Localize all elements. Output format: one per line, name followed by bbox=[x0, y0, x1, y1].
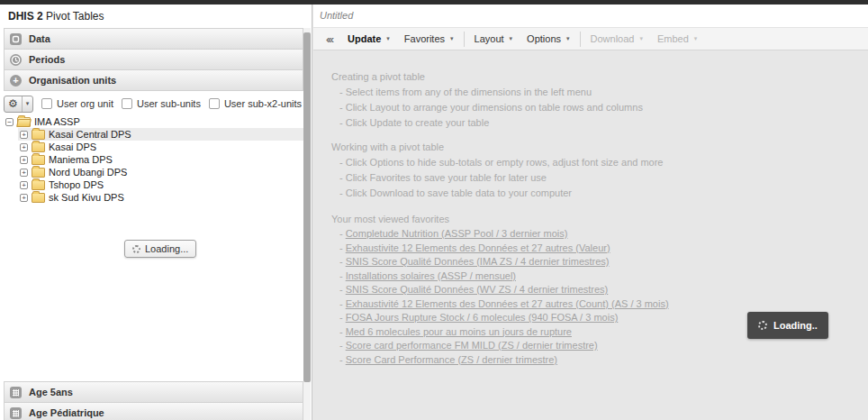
favorite-link[interactable]: FOSA Jours Rupture Stock / 6 molecules (… bbox=[346, 312, 619, 323]
collapse-west-panel-icon[interactable]: ‹‹‹ bbox=[318, 32, 340, 46]
tree-node[interactable]: + Kasai DPS bbox=[18, 141, 303, 153]
checkbox-user-org-unit[interactable]: User org unit bbox=[41, 98, 113, 109]
tree-node[interactable]: + Kasai Central DPS bbox=[18, 128, 303, 141]
favorite-link[interactable]: Med 6 molecules pour au moins un jours d… bbox=[346, 326, 572, 337]
accordion-header-age-5ans[interactable]: Age 5ans bbox=[4, 381, 303, 403]
loading-text: Loading... bbox=[145, 243, 188, 254]
checkbox[interactable] bbox=[209, 98, 220, 109]
tree-node[interactable]: + sk Sud Kivu DPS bbox=[18, 191, 303, 204]
layout-button[interactable]: Layout ▾ bbox=[467, 28, 520, 50]
favorite-link[interactable]: Score Card Performance (ZS / dernier tri… bbox=[346, 354, 557, 365]
favorite-link-row: -Installations solaires (ASSP / mensuel) bbox=[339, 271, 868, 281]
orgunit-tree: − IMA ASSP + Kasai Central DPS + Kasai D… bbox=[4, 115, 303, 204]
chevron-down-icon: ▾ bbox=[639, 35, 643, 42]
gear-icon: ⚙ bbox=[5, 96, 22, 112]
scrollbar-thumb[interactable] bbox=[303, 32, 311, 382]
bullet: - bbox=[339, 340, 343, 351]
chevron-down-icon[interactable]: ▾ bbox=[386, 35, 390, 42]
expand-icon[interactable]: + bbox=[20, 169, 28, 177]
bullet: - bbox=[339, 326, 343, 337]
button-label: Update bbox=[348, 33, 381, 44]
accordion-header-periods[interactable]: Periods bbox=[4, 49, 303, 70]
folder-icon bbox=[32, 193, 45, 203]
accordion-label: Age 5ans bbox=[29, 387, 73, 397]
tree-label: Kasai DPS bbox=[49, 142, 96, 152]
favorite-link-row: -Score Card Performance (ZS / dernier tr… bbox=[339, 355, 868, 365]
expand-icon[interactable]: + bbox=[20, 143, 28, 151]
bullet: - bbox=[339, 298, 343, 309]
expand-icon[interactable]: + bbox=[20, 156, 28, 164]
toolbar: ‹‹‹ Update ▾ Favorites ▾ Layout ▾ Option… bbox=[313, 27, 868, 50]
tree-loading-indicator: Loading... bbox=[124, 240, 196, 258]
favorite-link[interactable]: Completude Nutrition (ASSP Pool / 3 dern… bbox=[346, 228, 568, 239]
tree-label: Maniema DPS bbox=[49, 154, 113, 165]
checkbox[interactable] bbox=[122, 98, 132, 109]
button-label: Favorites bbox=[404, 33, 445, 44]
favorite-link-row: -SNIS Score Qualité Données (WV ZS / 4 d… bbox=[339, 285, 868, 295]
favorite-link[interactable]: SNIS Score Qualité Données (WV ZS / 4 de… bbox=[346, 284, 609, 295]
intro-panel: Creating a pivot table - Select items fr… bbox=[313, 51, 868, 420]
accordion-label: Organisation units bbox=[29, 75, 116, 86]
folder-icon bbox=[32, 180, 45, 190]
toolbar-separator bbox=[464, 32, 465, 47]
checkbox-user-sub-x2-units[interactable]: User sub-x2-units bbox=[209, 98, 302, 109]
folder-icon bbox=[32, 168, 45, 178]
grid-icon bbox=[10, 387, 22, 398]
orgunit-settings-button[interactable]: ⚙ ▾ bbox=[4, 96, 33, 113]
tree-node-root[interactable]: − IMA ASSP bbox=[4, 115, 303, 128]
grid-icon bbox=[10, 407, 22, 419]
chevron-down-icon: ▾ bbox=[566, 35, 570, 42]
checkbox-label: User sub-x2-units bbox=[224, 98, 302, 109]
download-button: Download ▾ bbox=[583, 28, 650, 50]
tree-label: IMA ASSP bbox=[34, 116, 80, 127]
main-panel: Untitled ‹‹‹ Update ▾ Favorites ▾ Layout… bbox=[313, 5, 868, 420]
loading-toast: Loading.. bbox=[747, 312, 828, 339]
update-button[interactable]: Update ▾ bbox=[340, 28, 397, 50]
favorites-button[interactable]: Favorites ▾ bbox=[397, 28, 461, 50]
plus-icon: + bbox=[10, 75, 22, 87]
folder-icon bbox=[32, 142, 45, 152]
checkbox-user-sub-units[interactable]: User sub-units bbox=[122, 98, 201, 109]
tree-node[interactable]: + Maniema DPS bbox=[18, 153, 303, 166]
checkbox[interactable] bbox=[41, 98, 52, 109]
orgunit-toolbar: ⚙ ▾ User org unit User sub-units User su… bbox=[4, 93, 303, 114]
accordion-top: Data Periods + Organisation units bbox=[4, 28, 303, 91]
help-heading: Working with a pivot table bbox=[331, 142, 868, 152]
tree-node[interactable]: + Nord Ubangi DPS bbox=[18, 166, 303, 178]
bullet: - bbox=[339, 312, 343, 323]
favorite-link[interactable]: Installations solaires (ASSP / mensuel) bbox=[346, 270, 516, 281]
spinner-icon bbox=[132, 245, 140, 253]
embed-button: Embed ▾ bbox=[650, 28, 704, 50]
favorite-link-row: -Exhaustivite 12 Elements des Données et… bbox=[339, 243, 868, 253]
expand-icon[interactable]: + bbox=[20, 194, 28, 202]
options-button[interactable]: Options ▾ bbox=[520, 28, 576, 50]
tree-label: Kasai Central DPS bbox=[49, 129, 131, 140]
accordion-header-orgunits[interactable]: + Organisation units bbox=[4, 69, 303, 91]
sidebar-scrollbar[interactable] bbox=[303, 28, 311, 420]
expand-icon[interactable]: + bbox=[20, 181, 28, 189]
bullet: - bbox=[339, 256, 343, 267]
chevron-down-icon: ▾ bbox=[22, 96, 32, 112]
help-section-creating: Creating a pivot table - Select items fr… bbox=[331, 71, 868, 128]
favorite-title: Untitled bbox=[313, 5, 868, 27]
bullet: - bbox=[339, 270, 343, 281]
help-item: - Click Favorites to save your table for… bbox=[339, 173, 868, 183]
button-label: Download bbox=[591, 33, 635, 44]
expand-icon[interactable]: + bbox=[20, 131, 28, 139]
help-section-working: Working with a pivot table - Click Optio… bbox=[331, 142, 868, 198]
favorite-link[interactable]: Exhaustivité 12 Elements des Données et … bbox=[346, 298, 669, 309]
favorite-link-row: -SNIS Score Qualité Données (IMA ZS / 4 … bbox=[339, 257, 868, 267]
favorite-link[interactable]: SNIS Score Qualité Données (IMA ZS / 4 d… bbox=[346, 256, 610, 267]
accordion-header-data[interactable]: Data bbox=[4, 28, 303, 50]
toolbar-separator bbox=[580, 32, 581, 47]
favorite-link[interactable]: Exhaustivite 12 Elements des Données et … bbox=[346, 242, 610, 253]
favorite-link-row: -Exhaustivité 12 Elements des Données et… bbox=[339, 299, 868, 309]
tree-node[interactable]: + Tshopo DPS bbox=[18, 178, 303, 191]
bullet: - bbox=[339, 354, 343, 365]
collapse-icon[interactable]: − bbox=[5, 118, 14, 126]
favorite-link-row: -Score card performance FM MILD (ZS / de… bbox=[339, 341, 868, 351]
favorite-link[interactable]: Score card performance FM MILD (ZS / der… bbox=[346, 340, 598, 351]
open-folder-icon bbox=[17, 117, 31, 127]
button-label: Layout bbox=[475, 33, 504, 44]
accordion-header-age-pediatrique[interactable]: Age Pédiatrique bbox=[4, 402, 303, 420]
